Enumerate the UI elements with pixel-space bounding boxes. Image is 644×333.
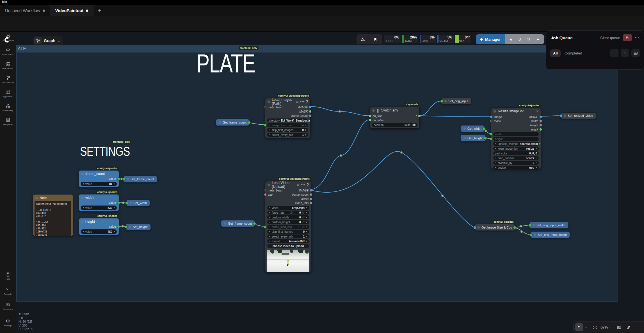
widget-input-port[interactable] bbox=[490, 133, 493, 136]
input-port[interactable] bbox=[528, 224, 531, 227]
node-frame-count[interactable]: comfyui-kjnodes frame_count value value … bbox=[79, 170, 119, 187]
widget-value[interactable]: value 832 bbox=[81, 206, 117, 210]
widget-input-port[interactable] bbox=[264, 124, 267, 127]
choose-video-button[interactable]: choose video to upload bbox=[267, 244, 309, 248]
tab-videopaintout[interactable]: VideoPaintout bbox=[50, 5, 94, 16]
input-port[interactable] bbox=[125, 225, 128, 229]
prev-arrow-icon[interactable] bbox=[269, 207, 270, 209]
widget-skip-first-images[interactable]: skip_first_images 0 bbox=[267, 128, 308, 132]
filter-tab-all[interactable]: All bbox=[550, 49, 561, 57]
decrement-arrow-icon[interactable] bbox=[269, 134, 270, 136]
output-port-width[interactable] bbox=[540, 120, 542, 122]
filter-tab-completed[interactable]: Completed bbox=[562, 49, 585, 57]
increment-arrow-icon[interactable] bbox=[306, 212, 307, 213]
node-set-width[interactable]: Set_width bbox=[126, 200, 150, 206]
node-note[interactable]: Note Recommended resolutions 1.3B model:… bbox=[33, 195, 73, 236]
increment-arrow-icon[interactable] bbox=[305, 124, 307, 126]
widget-pad-color[interactable]: pad_color 0, 0, 0 bbox=[493, 151, 539, 155]
node-get-image-size[interactable]: comfyui-kjnodes Get Image Size & Cou bbox=[474, 224, 515, 231]
widget-force-rate[interactable]: force_rate 24← 0 ↺ bbox=[267, 211, 309, 215]
new-tab-button[interactable]: + bbox=[93, 5, 105, 16]
sidebar-item-shortcuts[interactable]: Shortcuts bbox=[0, 302, 16, 311]
node-set-resized-video[interactable]: Set_resized_video bbox=[561, 112, 596, 119]
output-port-image[interactable] bbox=[309, 106, 311, 108]
manager-button[interactable]: ❖ Manager bbox=[476, 34, 505, 44]
widget-height[interactable]: height bbox=[493, 137, 539, 141]
sidebar-item-settings[interactable]: ⚙ Settings bbox=[0, 318, 16, 327]
prev-arrow-icon[interactable] bbox=[269, 240, 270, 242]
collapse-dot[interactable] bbox=[81, 173, 84, 175]
workflows-mountain-button[interactable] bbox=[357, 34, 369, 44]
decrement-arrow-icon[interactable] bbox=[269, 124, 270, 126]
decrement-arrow-icon[interactable] bbox=[495, 162, 496, 164]
input-port[interactable] bbox=[122, 178, 125, 181]
output-port[interactable] bbox=[253, 222, 256, 225]
decrement-arrow-icon[interactable] bbox=[83, 207, 84, 209]
clear-queue-button[interactable]: Clear queue bbox=[600, 36, 620, 40]
bookmark-button[interactable] bbox=[369, 34, 382, 44]
output-port[interactable] bbox=[117, 201, 120, 204]
tab-unsaved-workflow[interactable]: Unsaved Workflow bbox=[0, 5, 50, 16]
collapse-dot[interactable] bbox=[268, 184, 270, 186]
input-port-vae[interactable] bbox=[264, 193, 266, 196]
input-port[interactable] bbox=[529, 233, 533, 236]
prev-arrow-icon[interactable] bbox=[495, 148, 496, 149]
sidebar-item-nodes-map[interactable]: NodesMap bbox=[0, 103, 16, 112]
bell-button[interactable] bbox=[516, 35, 524, 43]
decrement-arrow-icon[interactable] bbox=[269, 216, 270, 218]
widget-custom-width[interactable]: custom_width 0 ↺ bbox=[267, 215, 309, 219]
widget-video[interactable]: video crop.mp4 bbox=[267, 206, 309, 210]
graph-canvas[interactable]: ATE frontend_only PLATE frontend_only SE… bbox=[16, 31, 644, 333]
output-port-mask[interactable] bbox=[540, 128, 542, 131]
zoom-level-dropdown[interactable]: 67% ⌄ bbox=[600, 325, 611, 329]
widget-value[interactable]: value 81 bbox=[81, 182, 117, 186]
widget-frame-load-cap[interactable]: frame_load_cap 81 ⊘ bbox=[267, 225, 309, 229]
increment-arrow-icon[interactable] bbox=[306, 231, 307, 232]
star-button[interactable]: ★ bbox=[507, 35, 515, 43]
gallery-view-button[interactable] bbox=[631, 49, 640, 57]
collapse-dot[interactable] bbox=[81, 197, 84, 199]
output-port-mask[interactable] bbox=[309, 110, 311, 113]
graph-selector-button[interactable]: Graph ⌄ bbox=[33, 36, 63, 45]
output-port[interactable] bbox=[483, 127, 486, 130]
increment-arrow-icon[interactable] bbox=[536, 162, 537, 164]
input-port-image[interactable] bbox=[490, 116, 492, 118]
decrement-arrow-icon[interactable] bbox=[83, 183, 84, 185]
node-set-orig-input-width[interactable]: Set_orig_input_width bbox=[529, 222, 568, 229]
sort-button[interactable]: ↑↓ bbox=[621, 49, 629, 57]
node-load-images-path[interactable]: comfyui-videohelpersuite Load Images (Pa… bbox=[265, 98, 310, 138]
node-switch-any[interactable]: Crystools ❚ Switch any on_true * on_fals… bbox=[370, 107, 420, 129]
node-width[interactable]: comfyui-kjnodes width value value 832 bbox=[79, 194, 119, 211]
increment-arrow-icon[interactable] bbox=[305, 134, 307, 136]
output-port-video-info[interactable] bbox=[310, 202, 312, 204]
clear-queue-icon-button[interactable] bbox=[623, 34, 632, 41]
sidebar-item-console[interactable]: >_ Console bbox=[0, 287, 16, 295]
decrement-arrow-icon[interactable] bbox=[83, 231, 84, 232]
input-port-meta-batch[interactable] bbox=[264, 189, 266, 191]
node-height[interactable]: comfyui-kjnodes height value value 480 bbox=[79, 218, 119, 235]
widget-image-load-cap[interactable]: image_load_cap 84 bbox=[267, 123, 308, 127]
output-port[interactable] bbox=[513, 226, 516, 229]
collapse-dot[interactable] bbox=[35, 197, 38, 199]
input-port[interactable] bbox=[559, 114, 563, 117]
widget-upscale-method[interactable]: upscale_method nearest-exact bbox=[493, 142, 539, 146]
decrement-arrow-icon[interactable] bbox=[269, 129, 270, 131]
widget-input-port[interactable] bbox=[264, 225, 267, 229]
next-arrow-icon[interactable] bbox=[306, 240, 307, 242]
next-arrow-icon[interactable] bbox=[536, 167, 537, 168]
output-port-height[interactable] bbox=[540, 124, 542, 126]
widget-select-every-nth[interactable]: select_every_nth 1 bbox=[267, 133, 308, 137]
tool-chevron-icon[interactable]: ⌄ bbox=[585, 326, 587, 329]
collapse-dot[interactable] bbox=[372, 109, 375, 112]
prev-arrow-icon[interactable] bbox=[495, 143, 496, 145]
node-set-orig-input[interactable]: Set_orig_input bbox=[441, 98, 471, 104]
output-port-image[interactable] bbox=[540, 116, 542, 118]
bell-alt-button[interactable] bbox=[525, 35, 533, 43]
node-set-height[interactable]: Set_height bbox=[126, 223, 151, 230]
widget-directory[interactable]: directory D:\_Work\_Sandbox\a bbox=[267, 118, 308, 122]
increment-arrow-icon[interactable] bbox=[306, 236, 307, 237]
output-port[interactable] bbox=[117, 177, 120, 181]
input-port[interactable] bbox=[125, 202, 128, 205]
next-arrow-icon[interactable] bbox=[539, 143, 541, 145]
more-options-button[interactable]: ⋯ bbox=[635, 35, 639, 40]
